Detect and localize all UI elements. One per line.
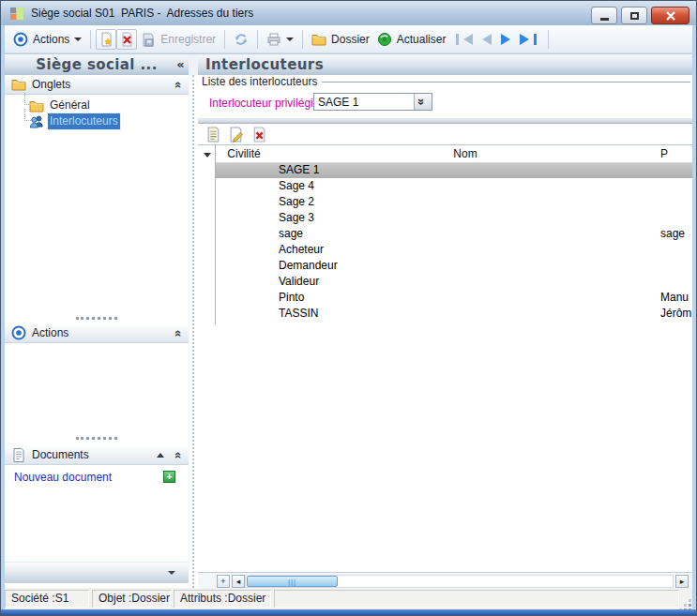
window-bottom-edge xyxy=(1,609,696,615)
section-header-documents[interactable]: Documents « xyxy=(5,445,189,465)
nav-first-button[interactable] xyxy=(452,32,477,47)
table-row[interactable]: TASSINJérôm xyxy=(198,306,692,322)
new-document-link[interactable]: Nouveau document xyxy=(14,471,112,484)
scrollbar-track[interactable] xyxy=(245,575,674,588)
dossier-label: Dossier xyxy=(331,33,370,46)
toolbar-separator xyxy=(224,30,225,49)
section-header-actions[interactable]: Actions « xyxy=(5,323,189,343)
toolbar-separator xyxy=(257,30,258,49)
nav-last-button[interactable] xyxy=(516,32,540,47)
onglets-label: Onglets xyxy=(32,78,70,91)
triangle-up-icon[interactable] xyxy=(157,453,164,458)
maximize-button[interactable] xyxy=(621,7,647,24)
privileged-contact-combobox[interactable]: SAGE 1 » xyxy=(313,93,432,111)
documents-list: Nouveau document + xyxy=(5,469,189,486)
cell-nom: sage xyxy=(279,226,303,242)
people-icon xyxy=(29,114,44,129)
record-navigation xyxy=(449,32,543,47)
save-button[interactable]: Enregistrer xyxy=(137,30,220,49)
refresh-arrows-button[interactable] xyxy=(230,30,252,49)
status-societe: Société :S1 xyxy=(5,590,89,608)
window-body: Onglets « Général xyxy=(5,75,692,588)
tree-item-interlocuteurs[interactable]: Interlocuteurs xyxy=(5,113,189,129)
status-objet: Objet :Dossier xyxy=(92,590,171,608)
scrollbar-add-button[interactable]: + xyxy=(217,575,230,588)
grid-toolbar xyxy=(198,127,692,144)
scroll-right-button[interactable]: ▸ xyxy=(675,575,689,588)
grid-view-button[interactable] xyxy=(205,127,221,143)
minimize-button[interactable] xyxy=(591,7,617,24)
cell-nom: Sage 4 xyxy=(279,178,314,194)
cell-nom: Valideur xyxy=(279,274,319,290)
table-row[interactable]: Sage 4 xyxy=(198,178,692,194)
table-row[interactable]: PintoManu xyxy=(198,290,692,306)
green-orb-refresh-icon xyxy=(377,32,392,47)
table-row[interactable]: Sage 2 xyxy=(198,194,692,210)
actions-section-label: Actions xyxy=(32,326,68,339)
save-label: Enregistrer xyxy=(160,33,216,46)
splitter-handle[interactable] xyxy=(76,317,117,320)
combobox-dropdown-button[interactable]: » xyxy=(414,94,432,110)
column-header-prenom[interactable]: P xyxy=(660,145,668,163)
privileged-contact-label: Interlocuteur privilégié : xyxy=(209,97,326,110)
status-bar: Société :S1 Objet :Dossier Attributs :Do… xyxy=(5,588,692,609)
filter-arrow-icon[interactable] xyxy=(204,153,211,158)
chevron-double-up-icon[interactable]: « xyxy=(172,451,186,458)
panel-splitter[interactable] xyxy=(189,75,198,588)
printer-icon xyxy=(266,32,281,47)
page-lines-icon xyxy=(205,127,221,143)
column-header-nom[interactable]: Nom xyxy=(273,145,658,163)
delete-record-button[interactable] xyxy=(116,29,137,50)
tree-item-label: Général xyxy=(48,98,92,113)
actualiser-label: Actualiser xyxy=(397,33,447,46)
nav-next-button[interactable] xyxy=(497,32,514,47)
window-title: Siège social S01 PARIS - Adresses du tie… xyxy=(31,7,253,20)
add-document-button[interactable]: + xyxy=(163,471,175,483)
chevron-down-icon xyxy=(168,571,175,575)
scroll-left-button[interactable]: ◂ xyxy=(232,575,245,588)
group-box-header: Liste des interlocuteurs xyxy=(198,75,692,88)
chevron-down-icon xyxy=(74,38,82,41)
nav-first-icon xyxy=(456,34,459,45)
grid-edit-button[interactable] xyxy=(228,127,244,143)
table-header[interactable]: Civilité Nom P xyxy=(198,144,692,162)
table-row[interactable]: Demandeur xyxy=(198,258,692,274)
table-row[interactable]: Valideur xyxy=(198,274,692,290)
title-bar[interactable]: Siège social S01 PARIS - Adresses du tie… xyxy=(1,1,696,25)
table-row[interactable]: sagesage xyxy=(198,226,692,242)
table-row[interactable]: Acheteur xyxy=(198,242,692,258)
new-record-button[interactable] xyxy=(96,29,116,50)
maximize-icon xyxy=(630,12,639,20)
print-button[interactable] xyxy=(263,30,297,49)
horizontal-scrollbar[interactable]: + ◂ ▸ xyxy=(198,572,692,588)
cell-nom: SAGE 1 xyxy=(279,162,319,178)
page-pencil-icon xyxy=(228,127,244,143)
scrollbar-thumb[interactable] xyxy=(247,576,338,587)
new-page-star-icon xyxy=(98,32,114,47)
section-header-onglets[interactable]: Onglets « xyxy=(5,75,189,95)
minimize-icon xyxy=(600,18,609,21)
cell-nom: TASSIN xyxy=(279,306,318,322)
splitter-handle[interactable] xyxy=(76,437,117,440)
status-attributs: Attributs :Dossier xyxy=(174,590,271,608)
table-row[interactable]: SAGE 1 xyxy=(198,162,692,178)
collapse-sidebar-icon[interactable]: « xyxy=(176,54,185,75)
column-header-civilite[interactable]: Civilité xyxy=(215,145,273,163)
cell-prenom: sage xyxy=(660,226,685,242)
dossier-button[interactable]: Dossier xyxy=(308,30,373,49)
chevron-double-down-icon: » xyxy=(415,98,429,105)
sidebar-footer-bar[interactable] xyxy=(5,562,189,583)
nav-previous-button[interactable] xyxy=(478,32,495,47)
cell-nom: Demandeur xyxy=(279,258,338,274)
grid-delete-button[interactable] xyxy=(250,127,266,143)
actualiser-button[interactable]: Actualiser xyxy=(373,30,450,49)
actions-menu-button[interactable]: Actions xyxy=(9,30,85,49)
sidebar-header: Siège social ... « xyxy=(5,54,189,75)
page-red-x-icon xyxy=(250,127,266,143)
table-row[interactable]: Sage 3 xyxy=(198,210,692,226)
print-dropdown-icon[interactable] xyxy=(286,38,294,41)
chevron-double-up-icon[interactable]: « xyxy=(172,329,186,336)
chevron-double-up-icon[interactable]: « xyxy=(172,81,186,87)
nav-next-icon xyxy=(501,34,510,45)
close-button[interactable] xyxy=(651,7,689,24)
